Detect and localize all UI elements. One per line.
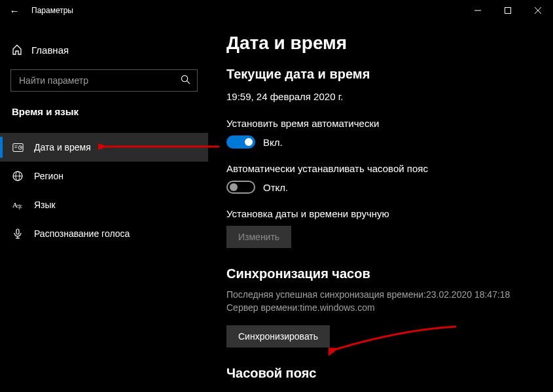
titlebar: ← Параметры	[0, 0, 553, 21]
svg-line-5	[187, 81, 190, 84]
search-box[interactable]	[10, 69, 198, 92]
sidebar-item-region[interactable]: Регион	[0, 162, 208, 190]
svg-point-4	[181, 75, 187, 81]
auto-tz-state: Откл.	[263, 182, 288, 193]
sidebar-item-language[interactable]: A字 Язык	[0, 190, 208, 219]
auto-time-state: Вкл.	[263, 137, 283, 148]
sidebar-group-header: Время и язык	[0, 92, 208, 121]
sync-last-line: Последняя успешная синхронизация времени…	[226, 288, 533, 301]
sync-server-line: Сервер времени:time.windows.com	[226, 301, 533, 314]
sidebar: Главная Время и язык	[0, 21, 208, 392]
sidebar-item-date-time[interactable]: Дата и время	[0, 133, 208, 162]
sync-title: Синхронизация часов	[226, 266, 533, 281]
search-icon	[181, 75, 190, 86]
home-button[interactable]: Главная	[0, 37, 208, 63]
home-icon	[12, 45, 22, 55]
close-icon	[535, 7, 541, 14]
maximize-icon	[505, 7, 511, 14]
sync-info: Последняя успешная синхронизация времени…	[226, 288, 533, 315]
maximize-button[interactable]	[493, 0, 523, 21]
close-button[interactable]	[523, 0, 553, 21]
back-arrow-icon: ←	[10, 6, 20, 16]
minimize-button[interactable]	[463, 0, 493, 21]
sidebar-item-label: Регион	[34, 171, 63, 181]
current-datetime-title: Текущие дата и время	[226, 67, 533, 82]
svg-rect-6	[12, 143, 22, 151]
microphone-icon	[12, 228, 24, 239]
search-input[interactable]	[18, 75, 171, 86]
main-content: Дата и время Текущие дата и время 19:59,…	[208, 21, 553, 392]
window-title: Параметры	[29, 6, 73, 15]
sync-button[interactable]: Синхронизировать	[226, 325, 330, 347]
auto-tz-label: Автоматически устанавливать часовой пояс	[226, 163, 533, 174]
auto-tz-toggle[interactable]	[226, 181, 255, 194]
back-button[interactable]: ←	[0, 0, 29, 21]
sidebar-item-label: Дата и время	[34, 142, 91, 152]
svg-text:字: 字	[17, 204, 22, 210]
current-datetime-value: 19:59, 24 февраля 2020 г.	[226, 91, 533, 102]
minimize-icon	[474, 7, 481, 14]
sidebar-item-speech[interactable]: Распознавание голоса	[0, 219, 208, 248]
clock-icon	[12, 142, 24, 153]
svg-rect-17	[16, 229, 19, 234]
language-icon: A字	[12, 200, 24, 210]
manual-set-label: Установка даты и времени вручную	[226, 208, 533, 219]
svg-rect-1	[505, 8, 511, 14]
change-button[interactable]: Изменить	[226, 226, 291, 248]
timezone-title: Часовой пояс	[226, 366, 533, 381]
home-label: Главная	[31, 45, 69, 56]
sidebar-item-label: Распознавание голоса	[34, 228, 130, 239]
page-title: Дата и время	[226, 33, 533, 54]
auto-time-label: Установить время автоматически	[226, 118, 533, 129]
sidebar-item-label: Язык	[34, 200, 56, 210]
auto-time-toggle[interactable]	[226, 135, 255, 149]
globe-icon	[12, 171, 24, 181]
